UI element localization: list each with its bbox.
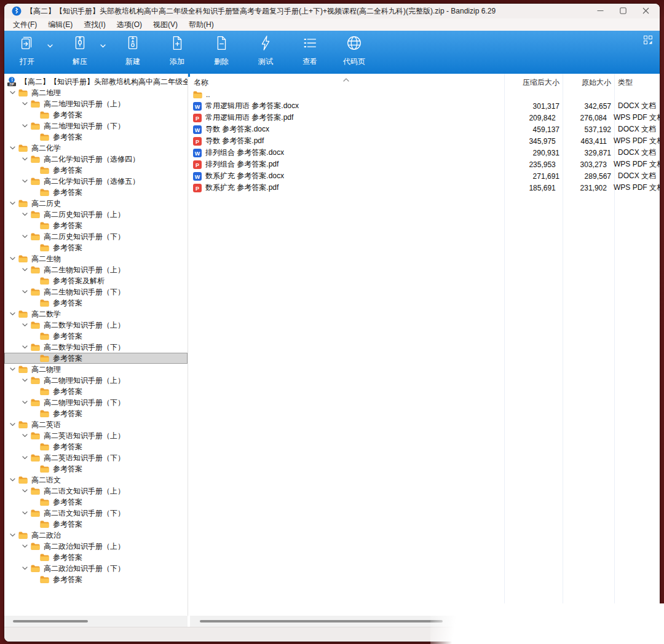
tree-item[interactable]: 高二政治知识手册（上） [4, 541, 188, 552]
tree-hscrollbar-thumb[interactable] [13, 620, 88, 622]
chevron-down-icon[interactable] [8, 478, 17, 482]
tree-item[interactable]: 参考答案 [4, 297, 188, 308]
minimize-button[interactable] [589, 4, 612, 18]
tree-item[interactable]: 参考答案 [4, 109, 188, 120]
toolbar-button-7[interactable]: 代码页 [336, 34, 372, 67]
menu-item-1[interactable]: 编辑(E) [42, 18, 78, 31]
tree-item[interactable]: 高二政治 [4, 530, 188, 541]
pane-divider[interactable] [188, 74, 188, 627]
tree-item[interactable]: 参考答案 [4, 574, 188, 585]
tree-item[interactable]: 高二化学知识手册（选修四） [4, 154, 188, 165]
menu-item-3[interactable]: 选项(O) [111, 18, 148, 31]
tree-item[interactable]: 参考答案及解析 [4, 275, 188, 286]
chevron-down-icon[interactable] [8, 533, 17, 537]
chevron-down-icon[interactable] [20, 290, 29, 294]
tree-item-selected[interactable]: 参考答案 [4, 353, 188, 364]
tree-item[interactable]: 高二政治知识手册（下） [4, 563, 188, 574]
toolbar-button-4[interactable]: 删除 [204, 34, 239, 67]
folder-tree-panel[interactable]: ZIP 【高二】【知识手册】头部教培机构高中高二年级全科知 高二地理 高二地理知… [4, 74, 188, 616]
file-row[interactable]: W 导数 参考答案.docx 459,137 537,192 DOCX 文档 [190, 124, 660, 135]
chevron-down-icon[interactable] [8, 91, 17, 95]
toolbar-button-6[interactable]: 查看 [292, 34, 328, 67]
menu-item-2[interactable]: 查找(I) [78, 18, 111, 31]
tree-item[interactable]: 参考答案 [4, 441, 188, 452]
chevron-down-icon[interactable] [20, 434, 29, 438]
tree-item[interactable]: 高二生物知识手册（上） [4, 264, 188, 275]
toolbar-dropdown-0[interactable] [45, 34, 55, 56]
tree-item[interactable]: 参考答案 [4, 386, 188, 397]
toolbar-button-3[interactable]: 添加 [159, 34, 195, 67]
chevron-down-icon[interactable] [20, 157, 29, 161]
chevron-down-icon[interactable] [20, 268, 29, 272]
tree-item[interactable]: 高二历史 [4, 198, 188, 209]
file-row[interactable]: P 导数 参考答案.pdf 345,975 463,411 WPS PDF 文档 [190, 135, 660, 147]
tree-item[interactable]: 高二英语知识手册（上） [4, 430, 188, 441]
toolbar-button-0[interactable]: 打开 [9, 34, 45, 67]
tree-item[interactable]: 高二数学知识手册（下） [4, 342, 188, 353]
chevron-down-icon[interactable] [20, 102, 29, 106]
tree-root-item[interactable]: ZIP 【高二】【知识手册】头部教培机构高中高二年级全科知 [4, 76, 188, 87]
tree-item[interactable]: 参考答案 [4, 220, 188, 231]
chevron-down-icon[interactable] [20, 379, 29, 382]
tree-item[interactable]: 参考答案 [4, 242, 188, 253]
chevron-down-icon[interactable] [20, 179, 29, 183]
chevron-down-icon[interactable] [20, 489, 29, 493]
title-bar[interactable]: 【高二】【知识手册】头部教培机构高中高二年级全科知识手册暨高考专题复习手册(上+… [4, 4, 660, 18]
menu-item-4[interactable]: 视图(V) [148, 18, 183, 31]
tree-item[interactable]: 高二化学知识手册（选修五） [4, 176, 188, 187]
tree-item[interactable]: 高二生物 [4, 253, 188, 264]
tree-item[interactable]: 参考答案 [4, 165, 188, 176]
chevron-down-icon[interactable] [8, 312, 17, 316]
chevron-down-icon[interactable] [20, 401, 29, 404]
tree-item[interactable]: 高二地理知识手册（下） [4, 120, 188, 132]
chevron-down-icon[interactable] [8, 257, 17, 261]
toolbar-button-1[interactable]: 解压 [62, 34, 98, 67]
file-row[interactable]: W 数系扩充 参考答案.docx 271,691 289,567 DOCX 文档 [190, 170, 660, 182]
tree-item[interactable]: 高二地理知识手册（上） [4, 98, 188, 109]
tree-item[interactable]: 高二生物知识手册（下） [4, 286, 188, 297]
chevron-down-icon[interactable] [8, 202, 17, 205]
tree-item[interactable]: 参考答案 [4, 463, 188, 474]
chevron-down-icon[interactable] [20, 345, 29, 349]
tree-item[interactable]: 高二历史知识手册（下） [4, 231, 188, 242]
tree-item[interactable]: 高二物理 [4, 364, 188, 375]
file-row[interactable]: W 排列组合 参考答案.docx 290,931 329,871 DOCX 文档 [190, 147, 660, 159]
tree-item[interactable]: 高二语文 [4, 474, 188, 485]
close-button[interactable] [634, 4, 657, 18]
tree-item[interactable]: 高二地理 [4, 87, 188, 98]
menu-item-5[interactable]: 帮助(H) [183, 18, 219, 31]
tree-item[interactable]: 高二数学 [4, 308, 188, 320]
chevron-down-icon[interactable] [20, 511, 29, 515]
file-row[interactable]: P 排列组合 参考答案.pdf 235,953 303,273 WPS PDF … [190, 159, 660, 170]
chevron-down-icon[interactable] [8, 367, 17, 371]
file-row[interactable]: P 常用逻辑用语 参考答案.pdf 209,842 276,084 WPS PD… [190, 112, 660, 124]
chevron-down-icon[interactable] [20, 567, 29, 570]
chevron-down-icon[interactable] [20, 323, 29, 327]
chevron-down-icon[interactable] [20, 124, 29, 128]
tree-item[interactable]: 参考答案 [4, 187, 188, 198]
tree-item[interactable]: 高二数学知识手册（上） [4, 320, 188, 331]
toolbar-button-5[interactable]: 测试 [248, 34, 283, 67]
tree-item[interactable]: 参考答案 [4, 519, 188, 530]
toolbar-button-2[interactable]: 新建 [115, 34, 151, 67]
tree-item[interactable]: 高二语文知识手册（上） [4, 485, 188, 497]
chevron-down-icon[interactable] [8, 146, 17, 150]
tree-item[interactable]: 高二英语知识手册（下） [4, 452, 188, 463]
column-header-3[interactable]: 类型 [614, 77, 633, 88]
chevron-down-icon[interactable] [8, 423, 17, 426]
file-row[interactable]: W 常用逻辑用语 参考答案.docx 301,317 342,657 DOCX … [190, 100, 660, 112]
chevron-down-icon[interactable] [20, 456, 29, 460]
tree-item[interactable]: 高二物理知识手册（上） [4, 375, 188, 386]
layout-grid-icon[interactable] [644, 36, 652, 47]
chevron-down-icon[interactable] [20, 544, 29, 548]
tree-item[interactable]: 高二语文知识手册（下） [4, 508, 188, 519]
tree-item[interactable]: 参考答案 [4, 132, 188, 143]
tree-item[interactable]: 参考答案 [4, 408, 188, 419]
column-header-1[interactable]: 压缩后大小 [504, 77, 563, 88]
list-hscrollbar-thumb[interactable] [200, 620, 443, 622]
chevron-down-icon[interactable] [20, 213, 29, 216]
maximize-button[interactable] [612, 4, 634, 18]
tree-item[interactable]: 高二物理知识手册（下） [4, 397, 188, 408]
file-list-panel[interactable]: 名称压缩后大小原始大小类型 .. W 常用逻辑用语 参考答案.docx 301,… [190, 74, 660, 616]
file-row[interactable]: .. [190, 88, 660, 100]
